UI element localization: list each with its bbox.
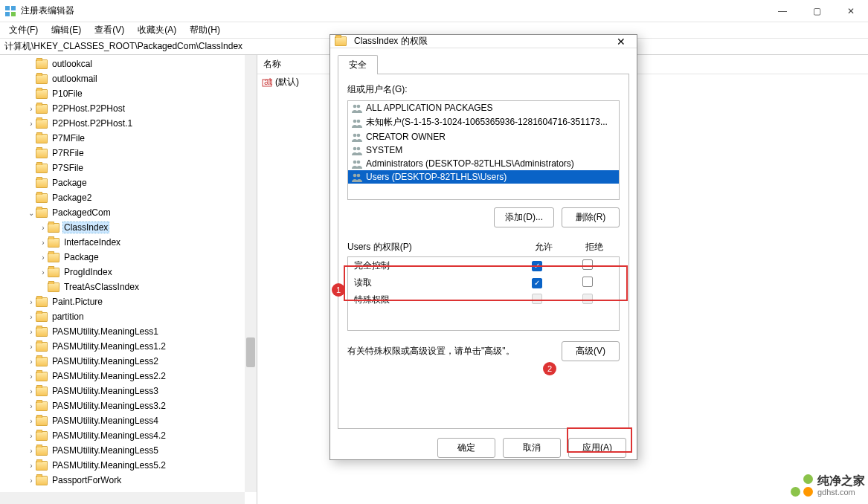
tree-item[interactable]: ›P2PHost.P2PHost (0, 101, 257, 116)
menu-edit[interactable]: 编辑(E) (45, 22, 87, 38)
group-name: Administrators (DESKTOP-82TLHLS\Administ… (366, 158, 574, 169)
watermark-url: gdhst.com (817, 488, 865, 497)
groups-listbox[interactable]: ALL APPLICATION PACKAGES未知帐户(S-1-15-3-10… (347, 100, 620, 200)
remove-button[interactable]: 删除(R) (562, 207, 620, 227)
chevron-right-icon[interactable]: › (27, 462, 36, 470)
tree-item[interactable]: ›PASMUtility.MeaningLess2.2 (0, 369, 257, 384)
tree-item[interactable]: Package2 (0, 190, 257, 205)
ok-button[interactable]: 确定 (437, 438, 495, 458)
chevron-down-icon[interactable]: ⌄ (27, 209, 36, 217)
group-item[interactable]: Administrators (DESKTOP-82TLHLS\Administ… (348, 157, 619, 170)
chevron-right-icon[interactable]: › (39, 268, 48, 277)
tree-item[interactable]: TreatAsClassIndex (0, 280, 257, 294)
tree-item[interactable]: ›PASMUtility.MeaningLess4 (0, 413, 257, 428)
tree-item[interactable]: P10File (0, 86, 257, 101)
tree-item-label: PassportForWork (51, 475, 123, 485)
deny-checkbox[interactable] (582, 277, 593, 287)
group-item[interactable]: CREATOR OWNER (348, 130, 619, 143)
scrollbar-thumb[interactable] (246, 337, 255, 367)
chevron-right-icon[interactable]: › (27, 402, 36, 410)
tree-item[interactable]: ›PASMUtility.MeaningLess3.2 (0, 398, 257, 413)
tree-item[interactable]: ›Package (0, 250, 257, 265)
menu-favorites[interactable]: 收藏夹(A) (132, 22, 182, 38)
tree-item[interactable]: ›PASMUtility.MeaningLess5.2 (0, 458, 257, 473)
tree-item[interactable]: ›PASMUtility.MeaningLess5 (0, 443, 257, 458)
advanced-button[interactable]: 高级(V) (562, 341, 620, 361)
permission-label: 完全控制 (354, 259, 512, 272)
deny-checkbox[interactable] (582, 259, 593, 270)
tree-item-label: P7RFile (51, 148, 86, 158)
maximize-button[interactable]: ▢ (800, 0, 834, 22)
group-item[interactable]: SYSTEM (348, 143, 619, 157)
tree-item[interactable]: ›PASMUtility.MeaningLess1 (0, 324, 257, 339)
tree-item[interactable]: ›ClassIndex (0, 220, 257, 235)
allow-checkbox[interactable]: ✓ (532, 278, 542, 288)
chevron-right-icon[interactable]: › (27, 372, 36, 381)
menu-help[interactable]: 帮助(H) (184, 22, 226, 38)
tree-item[interactable]: Package (0, 175, 257, 190)
registry-tree[interactable]: outlookcaloutlookmailP10File›P2PHost.P2P… (0, 55, 257, 504)
tree-item-label: outlookmail (51, 74, 99, 84)
tree-item[interactable]: ›Paint.Picture (0, 294, 257, 309)
permission-label: 读取 (354, 277, 512, 289)
tree-item[interactable]: ›partition (0, 309, 257, 324)
tree-item[interactable]: ›PASMUtility.MeaningLess1.2 (0, 339, 257, 354)
tree-item[interactable]: ›PASMUtility.MeaningLess3 (0, 384, 257, 398)
tree-item[interactable]: outlookcal (0, 56, 257, 71)
dialog-titlebar[interactable]: ClassIndex 的权限 ✕ (330, 35, 637, 48)
chevron-right-icon[interactable]: › (27, 447, 36, 455)
tree-item[interactable]: ›PASMUtility.MeaningLess2 (0, 354, 257, 369)
svg-rect-1 (11, 6, 16, 10)
folder-icon (36, 119, 48, 129)
tree-item-label: PASMUtility.MeaningLess2.2 (51, 371, 167, 381)
folder-icon (36, 387, 48, 396)
tree-item[interactable]: outlookmail (0, 71, 257, 86)
menu-file[interactable]: 文件(F) (3, 22, 44, 38)
chevron-right-icon[interactable]: › (39, 253, 48, 262)
chevron-right-icon[interactable]: › (27, 105, 36, 113)
tree-item[interactable]: ›PassportForWork (0, 473, 257, 488)
users-icon (351, 103, 363, 112)
tree-item[interactable]: P7RFile (0, 146, 257, 161)
tree-h-scrollbar[interactable] (0, 492, 245, 504)
chevron-right-icon[interactable]: › (39, 239, 48, 247)
tree-item[interactable]: ›P2PHost.P2PHost.1 (0, 116, 257, 131)
folder-icon (36, 327, 48, 337)
svg-rect-2 (5, 12, 10, 16)
group-item[interactable]: ALL APPLICATION PACKAGES (348, 101, 619, 114)
chevron-right-icon[interactable]: › (27, 387, 36, 395)
tree-item[interactable]: P7SFile (0, 161, 257, 175)
tree-item[interactable]: ›PASMUtility.MeaningLess4.2 (0, 428, 257, 443)
chevron-right-icon[interactable]: › (27, 298, 36, 306)
group-name: CREATOR OWNER (366, 132, 446, 142)
chevron-right-icon[interactable]: › (27, 120, 36, 128)
chevron-right-icon[interactable]: › (27, 417, 36, 425)
chevron-right-icon[interactable]: › (27, 476, 36, 485)
apply-button[interactable]: 应用(A) (568, 438, 626, 458)
menu-view[interactable]: 查看(V) (89, 22, 130, 38)
tree-scrollbar[interactable] (245, 55, 257, 492)
folder-icon (36, 297, 48, 307)
group-item[interactable]: 未知帐户(S-1-15-3-1024-1065365936-1281604716… (348, 114, 619, 130)
chevron-right-icon[interactable]: › (27, 432, 36, 440)
allow-checkbox[interactable]: ✓ (532, 261, 542, 271)
cancel-button[interactable]: 取消 (503, 438, 561, 458)
add-button[interactable]: 添加(D)... (494, 207, 554, 227)
minimize-button[interactable]: — (765, 0, 800, 22)
tree-item[interactable]: ⌄PackagedCom (0, 205, 257, 220)
tree-item[interactable]: ›InterfaceIndex (0, 235, 257, 250)
chevron-right-icon[interactable]: › (27, 343, 36, 351)
chevron-right-icon[interactable]: › (27, 358, 36, 366)
group-item[interactable]: Users (DESKTOP-82TLHLS\Users) (348, 170, 619, 184)
close-button[interactable]: ✕ (834, 0, 868, 22)
folder-icon (36, 342, 48, 352)
chevron-right-icon[interactable]: › (39, 224, 48, 232)
tree-item[interactable]: P7MFile (0, 131, 257, 146)
dialog-close-button[interactable]: ✕ (610, 36, 632, 48)
chevron-right-icon[interactable]: › (27, 328, 36, 336)
users-icon (351, 172, 363, 181)
tree-item[interactable]: ›ProgIdIndex (0, 265, 257, 280)
svg-point-14 (353, 161, 357, 164)
chevron-right-icon[interactable]: › (27, 313, 36, 321)
tab-security[interactable]: 安全 (338, 55, 378, 74)
